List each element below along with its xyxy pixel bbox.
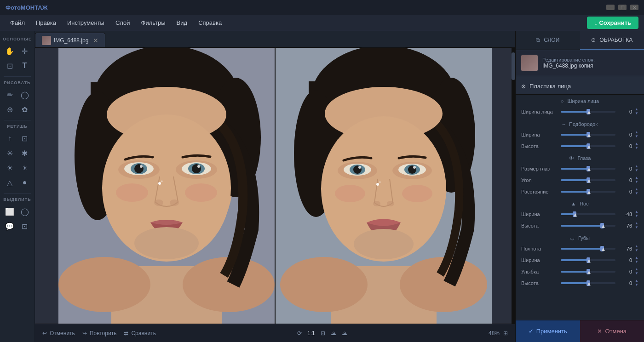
tool-heal[interactable]: ↑ xyxy=(3,131,17,145)
tool-dodge[interactable]: ☀ xyxy=(3,161,17,175)
slider-track-lips-fullness[interactable]: ▲ xyxy=(561,248,615,250)
slider-down-eye-size[interactable]: ▼ xyxy=(635,169,638,172)
tool-ellipse-select[interactable]: ◯ xyxy=(18,205,32,218)
tool-magic-wand[interactable]: ⊡ xyxy=(18,219,32,233)
slider-up-lips-smile[interactable]: ▲ xyxy=(635,268,638,271)
slider-down-eye-distance[interactable]: ▼ xyxy=(635,192,638,195)
minimize-button[interactable]: — xyxy=(606,5,615,10)
redo-button[interactable]: ↪ Повторить xyxy=(82,330,117,336)
slider-thumb-lips-fullness[interactable]: ▲ xyxy=(600,246,604,251)
tab-processing[interactable]: ⊙ ОБРАБОТКА xyxy=(580,31,644,50)
slider-thumb-eye-angle[interactable]: ▲ xyxy=(586,177,590,183)
close-button[interactable]: ✕ xyxy=(630,5,638,10)
slider-up-eye-distance[interactable]: ▲ xyxy=(635,188,638,191)
maximize-button[interactable]: ☐ xyxy=(618,5,627,10)
slider-up-chin-height[interactable]: ▲ xyxy=(635,142,638,146)
slider-thumb-chin-height[interactable]: ▲ xyxy=(586,143,590,149)
tool-sharpen[interactable]: △ xyxy=(3,176,17,189)
menu-edit[interactable]: Правка xyxy=(31,17,61,28)
slider-down-lips-smile[interactable]: ▼ xyxy=(635,272,638,275)
slider-down-lips-width[interactable]: ▼ xyxy=(635,260,638,264)
slider-track-chin-width[interactable]: ▲ xyxy=(561,134,615,136)
slider-up-eye-angle[interactable]: ▲ xyxy=(635,176,638,180)
canvas-content[interactable] xyxy=(35,48,515,324)
slider-up-lips-width[interactable]: ▲ xyxy=(635,256,638,260)
slider-arrows-chin-width: ▲ ▼ xyxy=(635,131,638,138)
slider-up-lips-fullness[interactable]: ▲ xyxy=(635,245,638,248)
rotate-button[interactable]: ⟳ xyxy=(297,330,302,336)
slider-track-eye-angle[interactable]: ▲ xyxy=(561,179,615,181)
slider-up-nose-width[interactable]: ▲ xyxy=(635,210,638,214)
slider-down-chin-width[interactable]: ▼ xyxy=(635,135,638,138)
tool-rect-select[interactable]: ⬜ xyxy=(3,205,17,218)
menu-help[interactable]: Справка xyxy=(194,17,226,28)
slider-track-lips-height[interactable]: ▲ xyxy=(561,282,615,284)
tab-close-button[interactable]: ✕ xyxy=(93,37,98,44)
scrollbar-thumb[interactable] xyxy=(512,52,515,80)
slider-thumb-face-width[interactable]: ▲ xyxy=(586,109,590,114)
tab-img[interactable]: IMG_6488.jpg ✕ xyxy=(35,33,105,47)
fit-button[interactable]: ⊡ xyxy=(321,330,325,336)
tool-eraser[interactable]: ◯ xyxy=(18,88,32,102)
slider-thumb-nose-width[interactable]: ▲ xyxy=(573,211,576,217)
slider-thumb-nose-height[interactable]: ▲ xyxy=(600,223,604,228)
slider-down-nose-height[interactable]: ▼ xyxy=(635,226,638,229)
undo-button[interactable]: ↩ Отменить xyxy=(42,330,75,336)
slider-track-nose-width[interactable]: ▲ xyxy=(561,213,615,215)
tool-patch[interactable]: ⊡ xyxy=(18,131,32,145)
slider-up-nose-height[interactable]: ▲ xyxy=(635,222,638,225)
slider-track-lips-smile[interactable]: ▲ xyxy=(561,271,615,273)
apply-button[interactable]: ✓ Применить xyxy=(516,320,580,342)
menu-tools[interactable]: Инструменты xyxy=(63,17,109,28)
tab-layers[interactable]: ⧉ СЛОИ xyxy=(516,31,580,50)
tool-lasso[interactable]: 💬 xyxy=(3,219,17,233)
zoom-step-button[interactable]: ⊞ xyxy=(503,330,508,336)
tool-clone[interactable]: ✳ xyxy=(3,146,17,160)
tool-burn[interactable]: ☀ xyxy=(18,161,32,175)
slider-thumb-lips-width[interactable]: ▲ xyxy=(586,257,590,263)
zoom-in-button[interactable]: ⛰ xyxy=(342,330,347,336)
slider-track-lips-width[interactable]: ▲ xyxy=(561,259,615,261)
slider-up-lips-height[interactable]: ▲ xyxy=(635,279,638,283)
slider-track-eye-distance[interactable]: ▲ xyxy=(561,191,615,193)
slider-track-chin-height[interactable]: ▲ xyxy=(561,145,615,147)
slider-down-face-width[interactable]: ▼ xyxy=(635,112,638,115)
tool-hand[interactable]: ✋ xyxy=(3,44,17,58)
menu-filters[interactable]: Фильтры xyxy=(137,17,170,28)
menu-file[interactable]: Файл xyxy=(6,17,29,28)
window-controls[interactable]: — ☐ ✕ xyxy=(606,5,638,10)
tool-brush[interactable]: ✿ xyxy=(18,103,32,116)
zoom-out-button[interactable]: ⛰ xyxy=(331,330,336,336)
canvas-scrollbar[interactable] xyxy=(512,48,515,324)
slider-thumb-eye-size[interactable]: ▲ xyxy=(586,166,590,171)
sliders-area[interactable]: ○ Ширина лица Ширина лица ▲ 0 ▲ ▼ ⌣ Подб… xyxy=(516,95,644,320)
tool-stamp[interactable]: ✱ xyxy=(18,146,32,160)
slider-up-eye-size[interactable]: ▲ xyxy=(635,165,638,168)
slider-track-eye-size[interactable]: ▲ xyxy=(561,168,615,170)
save-button[interactable]: ↓ Сохранить xyxy=(587,17,638,29)
cancel-button[interactable]: ✕ Отмена xyxy=(580,320,644,342)
slider-down-chin-height[interactable]: ▼ xyxy=(635,146,638,150)
tool-crop[interactable]: ⊡ xyxy=(3,59,17,73)
slider-up-chin-width[interactable]: ▲ xyxy=(635,131,638,134)
slider-down-lips-fullness[interactable]: ▼ xyxy=(635,249,638,252)
tool-blur[interactable]: ● xyxy=(18,176,32,189)
slider-down-lips-height[interactable]: ▼ xyxy=(635,283,638,287)
tool-move[interactable]: ✛ xyxy=(18,44,32,58)
menu-layer[interactable]: Слой xyxy=(111,17,135,28)
slider-track-nose-height[interactable]: ▲ xyxy=(561,225,615,227)
slider-thumb-lips-smile[interactable]: ▲ xyxy=(586,269,590,274)
slider-up-face-width[interactable]: ▲ xyxy=(635,108,638,111)
tool-text[interactable]: T xyxy=(18,59,32,73)
slider-thumb-eye-distance[interactable]: ▲ xyxy=(586,189,590,194)
slider-thumb-chin-width[interactable]: ▲ xyxy=(586,132,590,137)
menu-view[interactable]: Вид xyxy=(172,17,192,28)
slider-track-face-width[interactable]: ▲ xyxy=(561,111,615,113)
compare-button[interactable]: ⇄ Сравнить xyxy=(124,330,155,336)
basic-tools: ✋ ✛ ⊡ T xyxy=(0,42,34,74)
slider-down-nose-width[interactable]: ▼ xyxy=(635,214,638,218)
tool-fill[interactable]: ⊕ xyxy=(3,103,17,116)
tool-pen[interactable]: ✏ xyxy=(3,88,17,102)
slider-down-eye-angle[interactable]: ▼ xyxy=(635,180,638,184)
slider-thumb-lips-height[interactable]: ▲ xyxy=(586,280,590,286)
